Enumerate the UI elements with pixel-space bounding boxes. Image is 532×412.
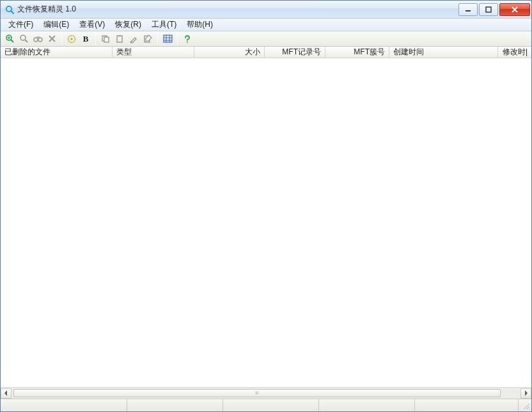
col-deleted-file[interactable]: 已删除的文件 xyxy=(1,47,113,58)
delete-icon[interactable] xyxy=(45,33,58,45)
status-cell-2 xyxy=(127,399,223,411)
col-mft-cluster[interactable]: MFT簇号 xyxy=(325,47,389,58)
window-controls xyxy=(457,3,530,16)
svg-rect-21 xyxy=(117,36,122,42)
statusbar xyxy=(1,399,531,411)
toolbar: B xyxy=(1,31,531,47)
menu-help[interactable]: 帮助(H) xyxy=(182,18,218,31)
svg-rect-20 xyxy=(104,37,109,42)
app-icon xyxy=(4,4,15,15)
col-modify-time[interactable]: 修改时| xyxy=(498,47,531,58)
file-list[interactable] xyxy=(1,58,531,387)
zoom-in-icon[interactable] xyxy=(3,33,16,45)
menubar: 文件(F) 编辑(E) 查看(V) 恢复(R) 工具(T) 帮助(H) xyxy=(1,19,531,31)
minimize-button[interactable] xyxy=(458,3,478,16)
brush-icon[interactable] xyxy=(127,33,140,45)
col-mft-record[interactable]: MFT记录号 xyxy=(265,47,325,58)
toolbar-separator xyxy=(95,33,96,45)
close-button[interactable] xyxy=(499,3,530,16)
svg-line-11 xyxy=(25,40,27,42)
svg-line-7 xyxy=(11,40,13,42)
col-type[interactable]: 类型 xyxy=(113,47,194,58)
grid-icon[interactable] xyxy=(161,33,174,45)
thumb-grip-icon: ≡ xyxy=(255,390,259,396)
app-window: 文件恢复精灵 1.0 文件(F) 编辑(E) 查看(V) 恢复(R) 工具(T)… xyxy=(0,0,532,412)
menu-file[interactable]: 文件(F) xyxy=(3,18,38,31)
svg-rect-22 xyxy=(118,35,121,36)
scroll-thumb[interactable]: ≡ xyxy=(13,389,501,397)
maximize-button[interactable] xyxy=(479,3,498,16)
svg-point-18 xyxy=(70,38,73,40)
menu-edit[interactable]: 编辑(E) xyxy=(38,18,74,31)
help-icon[interactable] xyxy=(181,33,194,45)
menu-recover[interactable]: 恢复(R) xyxy=(110,18,146,31)
svg-point-13 xyxy=(38,38,42,42)
scroll-left-button[interactable] xyxy=(1,388,12,399)
toolbar-separator xyxy=(177,33,178,45)
copy-icon[interactable] xyxy=(99,33,112,45)
svg-line-33 xyxy=(529,409,529,409)
horizontal-scrollbar: ≡ xyxy=(1,387,531,399)
col-size[interactable]: 大小 xyxy=(194,47,265,58)
toolbar-separator xyxy=(157,33,158,45)
column-header-row: 已删除的文件 类型 大小 MFT记录号 MFT簇号 创建时间 修改时| xyxy=(1,47,531,58)
svg-point-10 xyxy=(20,35,26,40)
svg-line-1 xyxy=(11,11,13,13)
edit-icon[interactable] xyxy=(141,33,154,45)
binoculars-icon[interactable] xyxy=(31,33,44,45)
svg-line-31 xyxy=(524,404,529,409)
paste-icon[interactable] xyxy=(113,33,126,45)
scroll-track[interactable]: ≡ xyxy=(12,388,520,399)
menu-tools[interactable]: 工具(T) xyxy=(146,18,182,31)
status-cell-4 xyxy=(319,399,415,411)
zoom-out-icon[interactable] xyxy=(17,33,30,45)
col-create-time[interactable]: 创建时间 xyxy=(389,47,498,58)
toolbar-separator xyxy=(61,33,62,45)
titlebar: 文件恢复精灵 1.0 xyxy=(1,1,531,19)
menu-view[interactable]: 查看(V) xyxy=(74,18,110,31)
svg-point-30 xyxy=(187,42,188,43)
svg-point-12 xyxy=(34,38,38,42)
bold-icon[interactable]: B xyxy=(79,33,92,45)
gear-icon[interactable] xyxy=(65,33,78,45)
status-cell-5 xyxy=(415,399,519,411)
svg-line-5 xyxy=(512,7,517,12)
svg-rect-3 xyxy=(486,7,491,12)
status-cell-1 xyxy=(1,399,127,411)
status-cell-3 xyxy=(223,399,319,411)
svg-rect-25 xyxy=(164,35,172,42)
svg-point-23 xyxy=(130,41,132,43)
svg-line-4 xyxy=(512,7,517,12)
window-title: 文件恢复精灵 1.0 xyxy=(17,4,457,15)
resize-grip[interactable] xyxy=(519,399,531,411)
scroll-right-button[interactable] xyxy=(520,388,531,399)
